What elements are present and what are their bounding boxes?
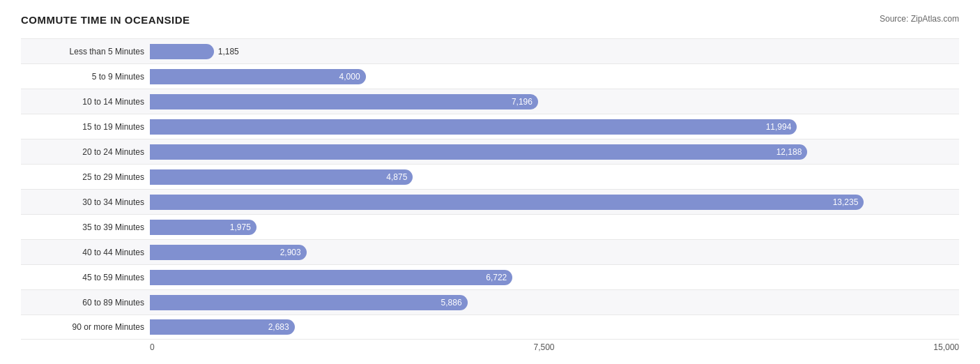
bar-track: 5,886 bbox=[150, 290, 959, 314]
bar-fill: 12,188 bbox=[150, 144, 807, 160]
bar-track: 7,196 bbox=[150, 89, 959, 114]
bar-container: 4,000 bbox=[150, 64, 959, 89]
bar-container: 12,188 bbox=[150, 139, 959, 164]
bar-fill: 6,722 bbox=[150, 270, 512, 285]
bar-value: 12,188 bbox=[776, 147, 802, 157]
bar-label: 15 to 19 Minutes bbox=[21, 122, 150, 132]
bar-row: 40 to 44 Minutes2,903 bbox=[21, 239, 959, 264]
bar-container: 1,975 bbox=[150, 215, 959, 239]
bar-row: 15 to 19 Minutes11,994 bbox=[21, 114, 959, 139]
bar-value: 2,683 bbox=[268, 322, 289, 332]
x-axis-label-1: 7,500 bbox=[533, 342, 554, 352]
bar-fill: 1,975 bbox=[150, 220, 257, 235]
x-axis-labels: 0 7,500 15,000 bbox=[150, 342, 959, 352]
bar-value: 6,722 bbox=[486, 273, 507, 282]
bar-container: 11,994 bbox=[150, 114, 959, 139]
bar-row: 90 or more Minutes2,683 bbox=[21, 314, 959, 340]
bar-value: 1,185 bbox=[218, 47, 239, 56]
bar-fill: 5,886 bbox=[150, 295, 468, 310]
bar-value: 13,235 bbox=[833, 197, 859, 207]
bar-fill: 7,196 bbox=[150, 94, 538, 109]
bar-track: 2,903 bbox=[150, 240, 959, 264]
bar-fill: 4,875 bbox=[150, 169, 413, 185]
bar-row: 25 to 29 Minutes4,875 bbox=[21, 164, 959, 189]
bar-row: 45 to 59 Minutes6,722 bbox=[21, 264, 959, 289]
bar-row: 20 to 24 Minutes12,188 bbox=[21, 139, 959, 164]
bar-value: 1,975 bbox=[230, 222, 251, 232]
bar-row: 10 to 14 Minutes7,196 bbox=[21, 89, 959, 114]
bar-label: 25 to 29 Minutes bbox=[21, 172, 150, 182]
bar-container: 1,185 bbox=[150, 39, 959, 63]
bar-container: 5,886 bbox=[150, 290, 959, 314]
bar-value: 4,875 bbox=[386, 172, 407, 182]
bar-label: 20 to 24 Minutes bbox=[21, 147, 150, 157]
bar-track: 2,683 bbox=[150, 315, 959, 339]
bar-label: 90 or more Minutes bbox=[21, 322, 150, 332]
bar-fill: 13,235 bbox=[150, 195, 864, 210]
chart-area: Less than 5 Minutes1,1855 to 9 Minutes4,… bbox=[21, 38, 959, 340]
bar-container: 13,235 bbox=[150, 190, 959, 214]
bar-fill: 2,683 bbox=[150, 319, 295, 335]
bar-value: 11,994 bbox=[766, 122, 792, 132]
bar-track: 11,994 bbox=[150, 114, 959, 139]
bar-label: 35 to 39 Minutes bbox=[21, 222, 150, 232]
bar-container: 7,196 bbox=[150, 89, 959, 114]
bar-track: 12,188 bbox=[150, 139, 959, 164]
bar-container: 2,683 bbox=[150, 315, 959, 339]
bar-value: 7,196 bbox=[512, 97, 533, 107]
bar-value: 5,886 bbox=[441, 298, 462, 308]
bar-track: 4,875 bbox=[150, 165, 959, 189]
bar-row: 5 to 9 Minutes4,000 bbox=[21, 63, 959, 89]
bar-label: 60 to 89 Minutes bbox=[21, 298, 150, 308]
bar-fill: 11,994 bbox=[150, 119, 797, 135]
bar-container: 2,903 bbox=[150, 240, 959, 264]
bar-fill: 4,000 bbox=[150, 69, 366, 84]
bar-label: 40 to 44 Minutes bbox=[21, 248, 150, 257]
bar-track: 1,975 bbox=[150, 215, 959, 239]
bar-container: 6,722 bbox=[150, 265, 959, 289]
bar-row: 35 to 39 Minutes1,975 bbox=[21, 214, 959, 239]
x-axis-label-2: 15,000 bbox=[933, 342, 959, 352]
bar-row: Less than 5 Minutes1,185 bbox=[21, 38, 959, 63]
x-axis: 0 7,500 15,000 bbox=[21, 342, 959, 352]
bar-row: 60 to 89 Minutes5,886 bbox=[21, 289, 959, 314]
bar-track: 13,235 bbox=[150, 190, 959, 214]
bar-value: 2,903 bbox=[280, 248, 301, 257]
bar-track: 4,000 bbox=[150, 64, 959, 89]
bar-fill: 2,903 bbox=[150, 245, 307, 260]
x-axis-label-0: 0 bbox=[150, 342, 155, 352]
chart-title: COMMUTE TIME IN OCEANSIDE bbox=[21, 14, 190, 26]
bar-fill bbox=[150, 44, 214, 59]
bar-label: Less than 5 Minutes bbox=[21, 47, 150, 56]
chart-header: COMMUTE TIME IN OCEANSIDE Source: ZipAtl… bbox=[21, 14, 959, 26]
bar-label: 45 to 59 Minutes bbox=[21, 273, 150, 282]
chart-wrapper: COMMUTE TIME IN OCEANSIDE Source: ZipAtl… bbox=[21, 14, 959, 352]
bar-label: 10 to 14 Minutes bbox=[21, 97, 150, 107]
bar-track: 6,722 bbox=[150, 265, 959, 289]
chart-source: Source: ZipAtlas.com bbox=[880, 14, 959, 24]
bar-label: 30 to 34 Minutes bbox=[21, 197, 150, 207]
bar-row: 30 to 34 Minutes13,235 bbox=[21, 189, 959, 214]
bar-container: 4,875 bbox=[150, 165, 959, 189]
bar-value: 4,000 bbox=[339, 72, 360, 82]
bar-label: 5 to 9 Minutes bbox=[21, 72, 150, 82]
bar-track: 1,185 bbox=[150, 39, 959, 63]
